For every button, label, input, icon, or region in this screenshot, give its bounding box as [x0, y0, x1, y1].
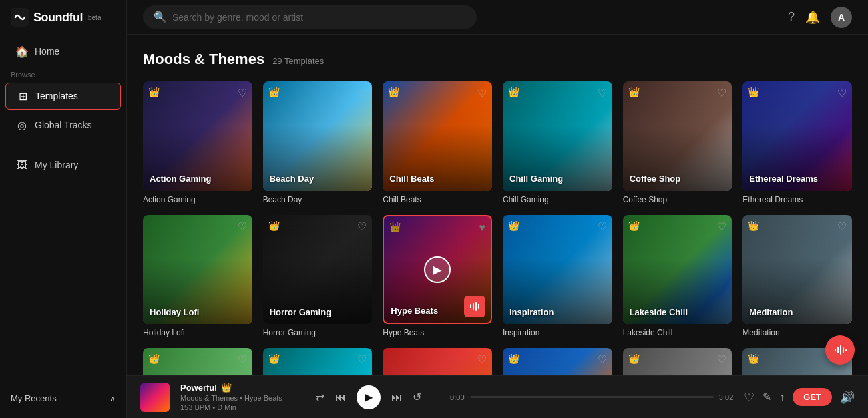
search-bar[interactable]: 🔍 — [143, 5, 477, 29]
my-recents-header[interactable]: My Recents ∧ — [0, 387, 126, 410]
card-thumbnail: 👑 ♡ Real Estate — [503, 348, 612, 375]
card-chill-gaming[interactable]: 👑 ♡ Chill Gaming Chill Gaming — [503, 81, 612, 204]
card-thumbnail: 👑 ♥ ▶ Hype Beats — [383, 215, 492, 325]
card-label: Beach Day — [270, 174, 314, 184]
heart-icon[interactable]: ♡ — [238, 353, 247, 366]
heart-icon[interactable]: ♡ — [238, 220, 247, 233]
card-lakeside-chill[interactable]: 👑 ♡ Lakeside Chill Lakeside Chill — [623, 215, 732, 338]
player-right: ♡ ✎ ↑ GET 🔊 — [744, 388, 855, 406]
heart-icon[interactable]: ♡ — [357, 353, 367, 366]
shuffle-button[interactable]: ⇄ — [316, 391, 324, 403]
card-holiday-lofi[interactable]: ♡ Holiday Lofi Holiday Lofi — [143, 215, 252, 338]
card-picnic-in-the-park[interactable]: 👑 ♡ Picnic in the Park Picnic in the Par… — [143, 348, 252, 375]
top-bar-right: ? 🔔 A — [788, 7, 852, 28]
crown-icon: 👑 — [628, 87, 640, 97]
library-icon: 🖼 — [16, 159, 28, 171]
card-thumbnail: 👑 ♡ Chill Gaming — [503, 81, 612, 191]
crown-icon: 👑 — [268, 87, 280, 97]
heart-icon[interactable]: ♡ — [238, 87, 247, 99]
card-ethereal-dreams[interactable]: 👑 ♡ Ethereal Dreams Ethereal Dreams — [742, 81, 852, 204]
get-button[interactable]: GET — [793, 388, 832, 406]
like-button[interactable]: ♡ — [744, 390, 754, 405]
card-meditation[interactable]: 👑 ♡ Meditation Meditation — [742, 215, 852, 338]
heart-icon[interactable]: ♡ — [357, 220, 367, 233]
page-title: Moods & Themes — [143, 51, 264, 68]
sidebar-item-templates[interactable]: ⊞ Templates — [5, 83, 121, 110]
heart-icon[interactable]: ♡ — [598, 220, 607, 233]
card-title: Ethereal Dreams — [742, 195, 852, 204]
next-button[interactable]: ⏭ — [391, 391, 402, 403]
heart-icon[interactable]: ♡ — [598, 353, 607, 366]
card-thumbnail: 👑 ♡ Relaxation — [623, 348, 732, 375]
card-relaxation[interactable]: 👑 ♡ Relaxation Relaxation — [623, 348, 732, 375]
card-title: Chill Beats — [383, 195, 492, 204]
card-label: Holiday Lofi — [150, 307, 199, 318]
card-horror-gaming[interactable]: 👑 ♡ Horror Gaming Horror Gaming — [263, 215, 373, 338]
heart-icon[interactable]: ♡ — [837, 220, 847, 233]
heart-icon[interactable]: ♡ — [598, 87, 607, 99]
card-pool-party[interactable]: 👑 ♡ Pool Party Pool Party — [263, 348, 373, 375]
card-real-estate[interactable]: 👑 ♡ Real Estate Real Estate — [503, 348, 612, 375]
card-title: Chill Gaming — [503, 195, 612, 204]
heart-icon[interactable]: ♡ — [717, 87, 726, 99]
sidebar-item-home[interactable]: 🏠 Home — [5, 39, 121, 64]
card-label: Chill Gaming — [509, 174, 563, 184]
sidebar-item-global-tracks[interactable]: ◎ Global Tracks — [5, 112, 121, 138]
card-thumbnail: 👑 ♡ Lakeside Chill — [623, 215, 732, 325]
svg-rect-2 — [473, 303, 474, 310]
sidebar-item-templates-label: Templates — [35, 91, 78, 101]
card-action-gaming[interactable]: 👑 ♡ Action Gaming Action Gaming — [143, 81, 252, 204]
content-area: Moods & Themes 29 Templates 👑 ♡ Action G… — [127, 35, 868, 375]
heart-icon[interactable]: ♡ — [477, 87, 487, 99]
search-icon: 🔍 — [154, 11, 167, 23]
card-title: Holiday Lofi — [143, 328, 252, 337]
card-inspiration[interactable]: 👑 ♡ Inspiration Inspiration — [503, 215, 612, 338]
my-recents-label: My Recents — [11, 393, 57, 403]
player-meta: 153 BPM • D Min — [180, 403, 287, 411]
fab-button[interactable] — [825, 335, 855, 365]
card-title: Beach Day — [263, 195, 373, 204]
heart-icon[interactable]: ♡ — [477, 353, 487, 366]
volume-button[interactable]: 🔊 — [840, 390, 855, 405]
player-crown-icon: 👑 — [221, 383, 232, 393]
share-button[interactable]: ↑ — [779, 391, 785, 403]
card-hype-beats[interactable]: 👑 ♥ ▶ Hype Beats Hype Beats — [383, 215, 492, 338]
heart-icon[interactable]: ♡ — [357, 87, 367, 99]
help-icon[interactable]: ? — [788, 10, 795, 24]
progress-bar[interactable] — [470, 396, 714, 398]
bell-icon[interactable]: 🔔 — [805, 10, 820, 25]
heart-icon[interactable]: ♡ — [717, 220, 726, 233]
crown-icon: 👑 — [148, 353, 160, 364]
card-label: Inspiration — [509, 307, 554, 318]
play-btn-large[interactable]: ▶ — [424, 256, 451, 283]
card-racing-gaming[interactable]: ♡ Racing Gaming Racing Gaming — [383, 348, 492, 375]
card-thumbnail: 👑 ♡ Pool Party — [263, 348, 373, 375]
crown-icon: 👑 — [148, 87, 160, 97]
card-coffee-shop[interactable]: 👑 ♡ Coffee Shop Coffee Shop — [623, 81, 732, 204]
top-bar: 🔍 ? 🔔 A — [127, 0, 868, 35]
time-total: 3:02 — [719, 393, 733, 401]
prev-button[interactable]: ⏮ — [335, 391, 346, 403]
repeat-button[interactable]: ↺ — [413, 391, 421, 403]
card-label: Ethereal Dreams — [749, 174, 818, 184]
heart-icon[interactable]: ♡ — [837, 87, 847, 99]
browse-label: Browse — [0, 65, 126, 81]
card-thumbnail: 👑 ♡ Action Gaming — [143, 81, 252, 191]
logo-beta: beta — [88, 14, 101, 21]
card-title: Lakeside Chill — [623, 328, 732, 337]
crown-icon: 👑 — [628, 353, 640, 364]
card-label: Hype Beats — [391, 306, 438, 317]
player-bar: Powerful 👑 Moods & Themes • Hype Beats 1… — [127, 375, 868, 418]
edit-button[interactable]: ✎ — [763, 391, 771, 403]
search-input[interactable] — [172, 12, 466, 23]
sidebar-item-my-library[interactable]: 🖼 My Library — [5, 152, 121, 178]
avatar[interactable]: A — [831, 7, 852, 28]
heart-icon[interactable]: ♡ — [717, 353, 726, 366]
card-title: Hype Beats — [383, 328, 492, 337]
play-pause-button[interactable]: ▶ — [357, 385, 381, 409]
card-beach-day[interactable]: 👑 ♡ Beach Day Beach Day — [263, 81, 373, 204]
sidebar-item-my-library-label: My Library — [35, 160, 78, 170]
sidebar-bottom: My Recents ∧ — [0, 387, 126, 410]
global-tracks-icon: ◎ — [16, 119, 28, 131]
card-chill-beats[interactable]: 👑 ♡ Chill Beats Chill Beats — [383, 81, 492, 204]
